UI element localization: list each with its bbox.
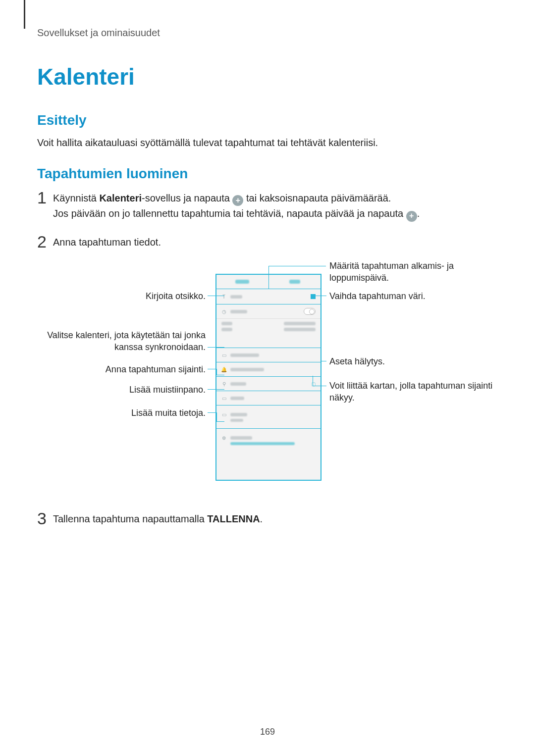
side-rule bbox=[24, 0, 25, 29]
blurred-label bbox=[284, 328, 316, 331]
step-1: 1 Käynnistä Kalenteri-sovellus ja napaut… bbox=[37, 189, 498, 222]
callout-more: Lisää muita tietoja. bbox=[37, 407, 206, 419]
lead-line-v bbox=[268, 266, 269, 274]
lead-line bbox=[208, 369, 216, 369]
blurred-label bbox=[230, 419, 243, 422]
phone-top-right bbox=[269, 275, 321, 289]
repeat-row: ▭ bbox=[216, 405, 321, 429]
page: Sovellukset ja ominaisuudet Kalenteri Es… bbox=[0, 0, 535, 756]
step-number: 2 bbox=[37, 233, 53, 251]
text: . bbox=[417, 208, 420, 219]
callout-alarm: Aseta hälytys. bbox=[329, 355, 503, 367]
step-2: 2 Anna tapahtuman tiedot. bbox=[37, 233, 498, 251]
lead-line bbox=[316, 296, 326, 296]
step-number: 1 bbox=[37, 189, 53, 207]
callout-title: Kirjoita otsikko. bbox=[37, 290, 206, 302]
blurred-label bbox=[284, 322, 316, 325]
lead-line bbox=[208, 296, 224, 296]
page-number: 169 bbox=[0, 727, 535, 737]
allday-row: ◷ bbox=[216, 304, 321, 319]
blurred-label bbox=[230, 413, 247, 416]
phone-mock: T ◷ bbox=[215, 274, 321, 481]
step-3: 3 Tallenna tapahtuma napauttamalla TALLE… bbox=[37, 509, 498, 528]
intro-paragraph: Voit hallita aikatauluasi syöttämällä tu… bbox=[37, 135, 498, 150]
blurred-label bbox=[230, 436, 252, 440]
repeat-icon: ▭ bbox=[221, 412, 226, 417]
blurred-label bbox=[230, 353, 259, 357]
alarm-row: 🔔 bbox=[216, 362, 321, 377]
callout-dates: Määritä tapahtuman alkamis- ja loppumisp… bbox=[329, 260, 503, 284]
lead-line bbox=[313, 386, 326, 386]
blurred-label bbox=[235, 280, 249, 284]
lead-line bbox=[208, 389, 224, 390]
phone-top-bar bbox=[216, 275, 321, 289]
lead-line bbox=[216, 421, 224, 422]
bell-icon: 🔔 bbox=[221, 367, 226, 372]
text: Tallenna tapahtuma napauttamalla bbox=[53, 513, 207, 524]
blurred-label bbox=[230, 442, 295, 445]
text: . bbox=[260, 513, 263, 524]
step-body: Käynnistä Kalenteri-sovellus ja napauta … bbox=[53, 189, 420, 222]
lead-line-v bbox=[216, 412, 217, 421]
step-body: Tallenna tapahtuma napauttamalla TALLENN… bbox=[53, 509, 263, 527]
plus-icon: + bbox=[406, 211, 417, 222]
text: Käynnistä bbox=[53, 193, 99, 203]
phone-top-left bbox=[216, 275, 269, 289]
pin-icon: ⚲ bbox=[221, 381, 226, 386]
title-row: T bbox=[216, 289, 321, 304]
callout-calendar: Valitse kalenteri, jota käytetään tai jo… bbox=[37, 329, 206, 353]
section-heading-create: Tapahtumien luominen bbox=[37, 166, 498, 182]
app-name-bold: Kalenteri bbox=[99, 193, 142, 203]
lead-line bbox=[208, 412, 216, 413]
note-icon: ▭ bbox=[221, 396, 226, 401]
step-number: 3 bbox=[37, 509, 53, 528]
text-icon: T bbox=[221, 294, 226, 299]
more-row: ⊕ bbox=[216, 429, 321, 452]
lead-line bbox=[268, 266, 326, 266]
memo-row: ▭ bbox=[216, 391, 321, 405]
lead-line bbox=[216, 375, 224, 375]
calendar-icon: ▭ bbox=[221, 353, 226, 357]
callout-location: Anna tapahtuman sijainti. bbox=[37, 363, 206, 375]
blurred-label bbox=[221, 322, 232, 325]
dates-row bbox=[216, 319, 321, 348]
plus-small-icon: ⊕ bbox=[221, 435, 226, 440]
callout-memo: Lisää muistiinpano. bbox=[37, 384, 206, 396]
clock-icon: ◷ bbox=[221, 309, 226, 314]
blurred-label bbox=[230, 295, 242, 299]
blurred-label bbox=[289, 280, 300, 284]
lead-line-v bbox=[216, 369, 217, 375]
event-editor-diagram: T ◷ bbox=[37, 262, 498, 495]
page-title: Kalenteri bbox=[37, 63, 498, 90]
plus-icon: + bbox=[232, 195, 243, 206]
blurred-label bbox=[230, 382, 246, 386]
location-row: ⚲ ▢ bbox=[216, 377, 321, 391]
blurred-label bbox=[230, 397, 244, 400]
lead-line-v bbox=[313, 376, 313, 386]
blurred-label bbox=[221, 328, 232, 331]
section-heading-intro: Esittely bbox=[37, 112, 498, 128]
save-label-bold: TALLENNA bbox=[207, 513, 260, 524]
text: -sovellus ja napauta bbox=[142, 193, 232, 203]
callout-map: Voit liittää kartan, jolla tapahtuman si… bbox=[329, 380, 503, 404]
callout-color: Vaihda tapahtuman väri. bbox=[329, 290, 503, 302]
allday-toggle bbox=[304, 308, 316, 315]
text: tai kaksoisnapauta päivämäärää. bbox=[243, 193, 391, 203]
blurred-label bbox=[230, 310, 247, 313]
lead-line bbox=[208, 347, 224, 348]
breadcrumb: Sovellukset ja ominaisuudet bbox=[37, 27, 498, 39]
blurred-label bbox=[230, 368, 264, 371]
step-body: Anna tapahtuman tiedot. bbox=[53, 233, 161, 250]
lead-line bbox=[321, 361, 326, 361]
color-swatch bbox=[311, 294, 316, 299]
calendar-row: ▭ bbox=[216, 348, 321, 362]
text: Jos päivään on jo tallennettu tapahtumia… bbox=[53, 208, 406, 219]
